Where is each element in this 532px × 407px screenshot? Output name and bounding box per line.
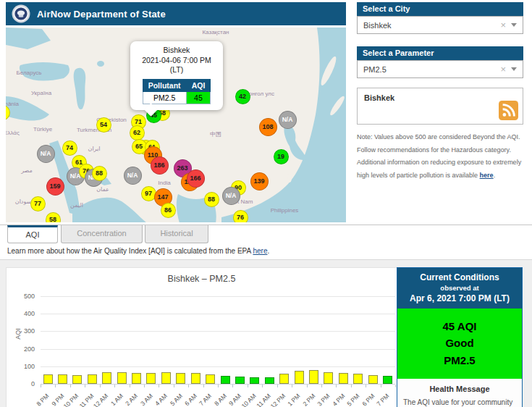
- chart-bar[interactable]: [72, 375, 82, 384]
- x-tick-label: 3 PM: [316, 392, 332, 407]
- aqi-marker[interactable]: 86: [161, 203, 176, 218]
- aqi-marker[interactable]: 186: [151, 156, 169, 175]
- gridline: [41, 331, 395, 332]
- chart-bar[interactable]: [353, 374, 363, 384]
- axis-tick: [55, 385, 56, 387]
- x-tick-label: 10 PM: [62, 392, 80, 407]
- chart-bar[interactable]: [43, 374, 53, 384]
- map-popup: Bishkek 2021-04-06 7:00 PM (LT) Pollutan…: [130, 41, 223, 110]
- aqi-marker[interactable]: 88: [204, 192, 219, 207]
- aqi-marker[interactable]: N/A: [222, 187, 240, 205]
- aqi-marker[interactable]: 42: [235, 89, 250, 104]
- chart-bar[interactable]: [102, 372, 111, 384]
- aqi-value: 45 AQI: [397, 318, 522, 335]
- tab-aqi[interactable]: AQI: [7, 225, 58, 243]
- aqi-marker[interactable]: 77: [30, 196, 46, 211]
- axis-tick: [366, 385, 366, 387]
- x-tick-label: 7 PM: [375, 392, 390, 407]
- aqi-marker[interactable]: 139: [250, 172, 269, 190]
- page: AirNow Department of State: [0, 0, 532, 407]
- chart-bar[interactable]: [235, 377, 245, 384]
- aqi-marker[interactable]: 74: [62, 140, 77, 156]
- chart-bar[interactable]: [161, 372, 171, 384]
- observed-at-label: observed at: [400, 284, 519, 292]
- x-tick-label: 8 AM: [213, 392, 228, 407]
- aqi-marker[interactable]: 108: [259, 118, 277, 136]
- aqi-marker[interactable]: 166: [187, 169, 205, 188]
- x-tick-label: 2 AM: [124, 392, 139, 407]
- axis-tick: [144, 385, 145, 387]
- axis-tick: [130, 385, 130, 387]
- clear-parameter-icon[interactable]: ×: [495, 64, 511, 75]
- map-label: Беларусь: [17, 70, 42, 76]
- x-tick-label: 6 PM: [360, 392, 376, 407]
- map-label: مصر: [21, 167, 33, 174]
- tab-historical[interactable]: Historical: [145, 225, 208, 243]
- note-here-link[interactable]: here: [480, 172, 494, 179]
- clear-city-icon[interactable]: ×: [495, 20, 511, 30]
- axis-tick: [248, 385, 248, 387]
- chart-bar[interactable]: [324, 372, 333, 384]
- city-select[interactable]: Bishkek ×: [357, 16, 523, 34]
- x-tick-label: 10 AM: [240, 392, 257, 407]
- x-tick-label: 4 AM: [153, 392, 169, 407]
- chart-bar[interactable]: [221, 376, 230, 384]
- chart-bar[interactable]: [383, 376, 392, 384]
- aqi-marker[interactable]: N/A: [279, 111, 297, 129]
- aqi-marker[interactable]: 58: [46, 212, 61, 223]
- aqi-marker[interactable]: 54: [96, 117, 111, 133]
- learn-more-text: Learn more about how the Air Quality Ind…: [7, 247, 269, 255]
- health-message-text: The AQI value for your community is betw…: [397, 396, 522, 407]
- aqi-map[interactable]: БеларусьУкраїнаRomâniaΕλλάςTürkiyeمصرسود…: [6, 28, 346, 222]
- chart-bar[interactable]: [265, 377, 274, 384]
- chart-bar[interactable]: [191, 373, 200, 384]
- parameter-dropdown-caret-icon[interactable]: [511, 67, 517, 71]
- x-tick-label: 7 AM: [198, 392, 214, 407]
- chart-bar[interactable]: [58, 374, 67, 384]
- map-label: عمان: [96, 186, 109, 193]
- parameter-select[interactable]: PM2.5 ×: [357, 60, 523, 78]
- chart-bar[interactable]: [339, 373, 348, 384]
- y-tick-label: 400: [7, 310, 35, 317]
- chart-bar[interactable]: [295, 371, 304, 384]
- popup-timezone: (LT): [134, 65, 219, 75]
- chart-bar[interactable]: [279, 374, 289, 384]
- map-label: Ελλάς: [6, 130, 20, 136]
- gridline: [41, 366, 395, 367]
- chart-bar[interactable]: [88, 374, 97, 384]
- y-tick-label: 500: [7, 293, 35, 300]
- aqi-marker[interactable]: 62: [130, 125, 145, 140]
- tab-concentration[interactable]: Concentration: [61, 225, 143, 243]
- chart-bar[interactable]: [146, 373, 156, 384]
- current-conditions-title: Current Conditions: [400, 272, 519, 282]
- aqi-marker[interactable]: 159: [46, 177, 64, 196]
- aqi-bar-chart: Bishkek – PM2.5 AQI 01002003004005008 PM…: [6, 267, 397, 407]
- aqi-pollutant: PM2.5: [397, 352, 522, 369]
- chart-bar[interactable]: [176, 373, 185, 384]
- city-dropdown-caret-icon[interactable]: [511, 23, 517, 27]
- learn-more-here-link[interactable]: here: [253, 247, 267, 255]
- x-tick-label: 8 PM: [35, 392, 51, 407]
- map-label: Україна: [31, 90, 51, 96]
- aqi-marker[interactable]: 76: [233, 210, 248, 223]
- popup-aqi-table: Pollutant AQI PM2.5 45: [143, 79, 211, 104]
- chart-bar[interactable]: [368, 375, 378, 384]
- aqi-marker[interactable]: 88: [92, 166, 107, 181]
- chart-bar[interactable]: [250, 377, 259, 384]
- chart-bar[interactable]: [309, 370, 318, 384]
- x-tick-label: 5 PM: [345, 392, 360, 407]
- chart-bar[interactable]: [132, 373, 141, 384]
- axis-tick: [321, 385, 322, 387]
- aqi-marker[interactable]: N/A: [124, 167, 142, 185]
- chart-bar[interactable]: [117, 372, 127, 384]
- axis-tick: [85, 385, 85, 387]
- popup-aqi-value: 45: [186, 91, 211, 104]
- axis-tick: [262, 385, 263, 387]
- aqi-summary-box: 45 AQI Good PM2.5: [397, 309, 522, 379]
- chart-bar[interactable]: [206, 374, 215, 384]
- aqi-marker[interactable]: 19: [274, 149, 289, 164]
- select-parameter-header: Select a Parameter: [357, 46, 523, 60]
- aqi-marker[interactable]: N/A: [37, 145, 55, 163]
- app-header: AirNow Department of State: [6, 2, 346, 25]
- rss-icon[interactable]: [499, 101, 518, 120]
